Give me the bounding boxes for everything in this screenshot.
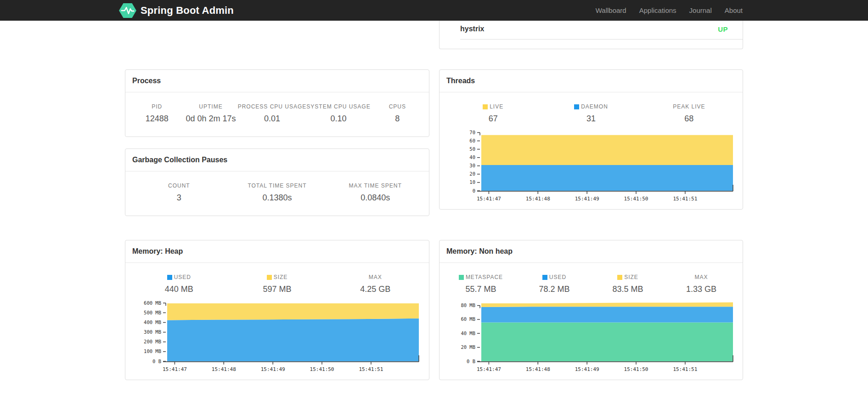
svg-text:30: 30 [469, 163, 475, 168]
stat-threads-live: LIVE 67 [444, 103, 542, 124]
threads-panel: Threads LIVE 67 DAEMON 31 PEAK LIVE 68 [439, 69, 743, 210]
stat-uptime: UPTIME 0d 0h 2m 17s [184, 103, 237, 124]
svg-text:15:41:51: 15:41:51 [359, 366, 383, 372]
pulse-hexagon-logo-icon [119, 3, 136, 18]
heap-panel-heading: Memory: Heap [125, 240, 429, 263]
svg-text:15:41:48: 15:41:48 [526, 366, 550, 372]
nonheap-panel: Memory: Non heap METASPACE 55.7 MB USED … [439, 240, 743, 380]
process-panel: Process PID 12488 UPTIME 0d 0h 2m 17s PR… [125, 69, 429, 137]
threads-panel-heading: Threads [440, 70, 743, 92]
svg-text:300 MB: 300 MB [144, 329, 161, 335]
gc-panel-title: Garbage Collection Pauses [132, 156, 227, 164]
svg-text:80 MB: 80 MB [461, 302, 475, 308]
stat-gc-total-time: TOTAL TIME SPENT 0.1380s [228, 182, 327, 203]
svg-text:15:41:49: 15:41:49 [261, 366, 285, 372]
process-stats: PID 12488 UPTIME 0d 0h 2m 17s PROCESS CP… [125, 92, 429, 137]
svg-text:500 MB: 500 MB [144, 310, 161, 315]
svg-text:15:41:50: 15:41:50 [624, 366, 648, 372]
svg-text:0: 0 [473, 188, 475, 194]
svg-text:15:41:51: 15:41:51 [673, 366, 697, 372]
nonheap-used-legend-swatch [542, 275, 547, 280]
stat-nonheap-metaspace: METASPACE 55.7 MB [444, 274, 518, 294]
status-badge-up: UP [718, 25, 728, 33]
gc-stats: COUNT 3 TOTAL TIME SPENT 0.1380s MAX TIM… [125, 171, 429, 216]
live-legend-swatch [483, 104, 488, 109]
stat-nonheap-size: SIZE 83.5 MB [591, 274, 665, 294]
svg-text:0 B: 0 B [467, 359, 475, 364]
heap-panel-title: Memory: Heap [132, 247, 183, 255]
stat-system-cpu: SYSTEM CPU USAGE 0.10 [306, 103, 370, 124]
heap-size-legend-swatch [267, 275, 272, 280]
stat-threads-peak: PEAK LIVE 68 [640, 103, 738, 124]
svg-text:15:41:47: 15:41:47 [477, 196, 501, 202]
stat-nonheap-used: USED 78.2 MB [518, 274, 591, 294]
heap-stats: USED 440 MB SIZE 597 MB MAX 4.25 GB [125, 263, 429, 294]
heap-used-legend-swatch [167, 275, 172, 280]
svg-text:15:41:50: 15:41:50 [310, 366, 334, 372]
brand-title: Spring Boot Admin [141, 5, 234, 17]
nonheap-size-legend-swatch [617, 275, 622, 280]
svg-text:70: 70 [469, 130, 475, 135]
nav-links: Wallboard Applications Journal About [589, 0, 749, 21]
svg-text:15:41:47: 15:41:47 [477, 366, 501, 372]
svg-text:10: 10 [469, 179, 475, 185]
nav-link-journal[interactable]: Journal [683, 0, 718, 21]
gc-panel-heading: Garbage Collection Pauses [125, 149, 429, 171]
nonheap-panel-heading: Memory: Non heap [440, 240, 743, 263]
metaspace-legend-swatch [459, 275, 464, 280]
heap-chart: 0 B100 MB200 MB300 MB400 MB500 MB600 MB1… [132, 297, 423, 376]
svg-text:15:41:51: 15:41:51 [673, 196, 697, 202]
daemon-legend-swatch [574, 104, 579, 109]
health-row-hystrix: hystrix UP [460, 21, 743, 40]
svg-text:200 MB: 200 MB [144, 339, 161, 344]
left-column: Process PID 12488 UPTIME 0d 0h 2m 17s PR… [125, 69, 429, 216]
health-panel: hystrix UP [439, 21, 743, 49]
stat-cpus: CPUS 8 [371, 103, 424, 124]
svg-text:20 MB: 20 MB [461, 344, 475, 350]
gc-panel: Garbage Collection Pauses COUNT 3 TOTAL … [125, 148, 429, 216]
health-item-name: hystrix [460, 25, 484, 33]
svg-text:20: 20 [469, 171, 475, 177]
svg-text:15:41:47: 15:41:47 [163, 366, 187, 372]
svg-text:15:41:50: 15:41:50 [624, 196, 648, 202]
svg-text:0 B: 0 B [152, 359, 161, 364]
threads-panel-title: Threads [446, 77, 475, 85]
svg-text:15:41:48: 15:41:48 [212, 366, 236, 372]
svg-text:60: 60 [469, 138, 475, 143]
nonheap-chart: 0 B20 MB40 MB60 MB80 MB15:41:4715:41:481… [446, 297, 736, 376]
stat-heap-used: USED 440 MB [130, 274, 228, 294]
right-column: Threads LIVE 67 DAEMON 31 PEAK LIVE 68 [439, 69, 743, 216]
svg-text:50: 50 [469, 146, 475, 152]
heap-panel: Memory: Heap USED 440 MB SIZE 597 MB MAX… [125, 240, 429, 380]
svg-text:600 MB: 600 MB [144, 300, 161, 306]
svg-text:100 MB: 100 MB [144, 348, 161, 354]
process-panel-title: Process [132, 77, 161, 85]
nav-link-about[interactable]: About [718, 0, 749, 21]
stat-gc-max-time: MAX TIME SPENT 0.0840s [326, 182, 424, 203]
nav-link-wallboard[interactable]: Wallboard [589, 0, 633, 21]
top-navbar: Spring Boot Admin Wallboard Applications… [0, 0, 868, 21]
svg-text:400 MB: 400 MB [144, 319, 161, 325]
nav-link-applications[interactable]: Applications [633, 0, 683, 21]
empty-left-column [125, 21, 429, 49]
nonheap-stats: METASPACE 55.7 MB USED 78.2 MB SIZE 83.5… [440, 263, 743, 294]
brand[interactable]: Spring Boot Admin [119, 3, 234, 18]
svg-text:15:41:49: 15:41:49 [575, 366, 599, 372]
svg-text:60 MB: 60 MB [461, 316, 475, 322]
stat-process-cpu: PROCESS CPU USAGE 0.01 [238, 103, 307, 124]
stat-heap-max: MAX 4.25 GB [326, 274, 424, 294]
stat-gc-count: COUNT 3 [130, 182, 228, 203]
stat-threads-daemon: DAEMON 31 [542, 103, 640, 124]
svg-text:15:41:49: 15:41:49 [575, 196, 599, 202]
threads-stats: LIVE 67 DAEMON 31 PEAK LIVE 68 [440, 92, 743, 124]
stat-heap-size: SIZE 597 MB [228, 274, 327, 294]
process-panel-heading: Process [125, 70, 429, 92]
svg-text:40: 40 [469, 154, 475, 160]
threads-chart: 01020304050607015:41:4715:41:4815:41:491… [446, 126, 736, 205]
svg-text:15:41:48: 15:41:48 [526, 196, 550, 202]
nonheap-panel-title: Memory: Non heap [446, 247, 513, 255]
stat-nonheap-max: MAX 1.33 GB [665, 274, 738, 294]
stat-pid: PID 12488 [130, 103, 184, 124]
svg-text:40 MB: 40 MB [461, 330, 475, 336]
